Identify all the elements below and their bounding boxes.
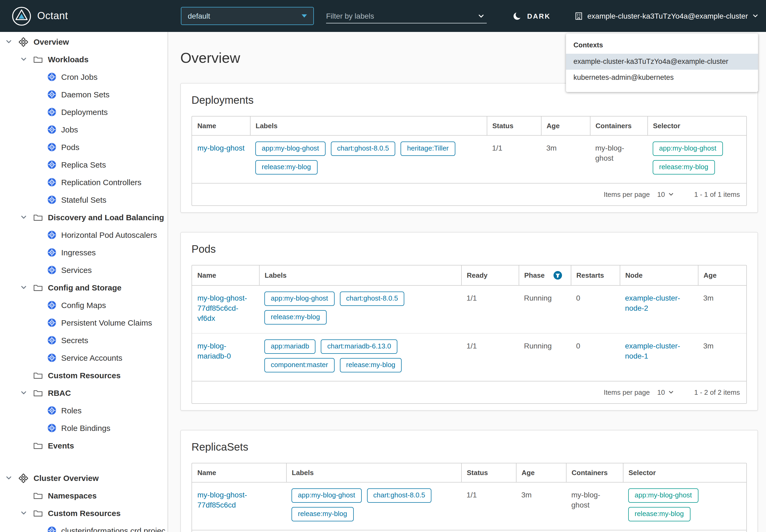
items-per-page-select[interactable]: 10 (657, 190, 674, 198)
sidebar-item-label: Cluster Overview (34, 473, 99, 483)
deployments-datagrid: Name Labels Status Age Containers Select… (191, 116, 747, 206)
sidebar-item-jobs[interactable]: Jobs (0, 121, 168, 138)
column-header-labels: Labels (286, 463, 461, 482)
sidebar-item-label: Stateful Sets (61, 195, 106, 204)
caret-down-icon[interactable] (20, 56, 27, 63)
context-menu-item[interactable]: kubernetes-admin@kubernetes (566, 70, 758, 86)
table-row: my-blog-ghost app:my-blog-ghostchart:gho… (192, 135, 746, 183)
sidebar-item-horizontal-pod-autoscalers[interactable]: Horizontal Pod Autoscalers (0, 226, 168, 244)
label-badge[interactable]: chart:ghost-8.0.5 (340, 292, 404, 306)
column-header-containers: Containers (590, 117, 647, 135)
sidebar-item-ingresses[interactable]: Ingresses (0, 244, 168, 261)
caret-down-icon[interactable] (5, 475, 12, 481)
folder-icon (33, 491, 43, 500)
sidebar-item-custom-resources[interactable]: Custom Resources (0, 367, 168, 384)
clusterinformations-icon (47, 526, 56, 532)
caret-down-icon[interactable] (20, 389, 27, 396)
label-badge[interactable]: release:my-blog (255, 160, 317, 174)
items-per-page-value: 10 (657, 388, 665, 396)
sidebar-item-persistent-volume-claims[interactable]: Persistent Volume Claims (0, 314, 168, 331)
context-selector[interactable]: example-cluster-ka3TuTzYo4a@example-clus… (575, 0, 759, 32)
replicaset-name-link[interactable]: my-blog-ghost-77df85c6cd (197, 490, 247, 509)
deployments-card-title: Deployments (191, 94, 747, 106)
column-header-age: Age (541, 117, 590, 135)
label-badge[interactable]: chart:ghost-8.0.5 (331, 142, 395, 156)
sidebar-item-stateful-sets[interactable]: Stateful Sets (0, 191, 168, 209)
context-menu-item[interactable]: example-cluster-ka3TuTzYo4a@example-clus… (566, 54, 758, 70)
sidebar-item-pods[interactable]: Pods (0, 138, 168, 156)
label-badge[interactable]: release:my-blog (264, 310, 326, 325)
label-badge[interactable]: heritage:Tiller (401, 142, 455, 156)
sidebar-item-config-maps[interactable]: Config Maps (0, 296, 168, 314)
sidebar-item-deployments[interactable]: Deployments (0, 103, 168, 121)
sidebar-item-events[interactable]: Events (0, 437, 168, 454)
sidebar-item-config-and-storage[interactable]: Config and Storage (0, 279, 168, 296)
sidebar-item-label: Roles (61, 406, 82, 415)
caret-down-icon[interactable] (20, 214, 27, 221)
cluster-overview-icon (18, 473, 29, 483)
pod-name-link[interactable]: my-blog-ghost-77df85c6cd-vf6dx (197, 294, 247, 322)
caret-down-icon[interactable] (20, 284, 27, 291)
sidebar-item-cluster-overview[interactable]: Cluster Overview (0, 469, 168, 487)
label-badge[interactable]: chart:ghost-8.0.5 (367, 488, 431, 502)
chevron-down-icon[interactable] (478, 13, 485, 19)
column-header-labels: Labels (259, 265, 461, 285)
sidebar-item-role-bindings[interactable]: Role Bindings (0, 419, 168, 437)
label-badge[interactable]: component:master (264, 358, 334, 372)
sidebar-item-secrets[interactable]: Secrets (0, 331, 168, 349)
cluster-icon (575, 12, 583, 20)
sidebar-item-label: Daemon Sets (61, 90, 110, 99)
sidebar-item-roles[interactable]: Roles (0, 402, 168, 419)
sidebar-item-label: clusterinformations.crd.projec (61, 526, 165, 532)
selector-badge: release:my-blog (653, 160, 715, 174)
chevron-down-icon (668, 389, 674, 395)
sidebar-item-label: Services (61, 265, 92, 275)
label-badge[interactable]: app:my-blog-ghost (264, 292, 334, 306)
sidebar-item-replication-controllers[interactable]: Replication Controllers (0, 173, 168, 191)
sidebar-item-overview[interactable]: Overview (0, 33, 168, 51)
datagrid-footer: Items per page 10 1 - 1 of 1 items (192, 530, 746, 532)
label-badge[interactable]: release:my-blog (292, 507, 353, 521)
label-filter (326, 9, 487, 23)
namespace-select[interactable]: default (181, 7, 314, 25)
label-filter-input[interactable] (326, 12, 476, 20)
label-badge[interactable]: release:my-blog (340, 358, 402, 372)
folder-icon (33, 509, 43, 518)
items-per-page-select[interactable]: 10 (657, 388, 674, 396)
deployment-name-link[interactable]: my-blog-ghost (197, 144, 244, 152)
label-badge[interactable]: app:my-blog-ghost (255, 142, 325, 156)
caret-down-icon (302, 14, 307, 18)
sidebar: Overview Workloads Cron Jobs Daemon Sets… (0, 32, 168, 532)
sidebar-item-namespaces[interactable]: Namespaces (0, 487, 168, 504)
column-header-name: Name (192, 463, 286, 482)
caret-down-icon[interactable] (5, 38, 12, 45)
sidebar-item-label: Discovery and Load Balancing (48, 213, 164, 222)
sidebar-item-cron-jobs[interactable]: Cron Jobs (0, 68, 168, 86)
label-badge[interactable]: app:my-blog-ghost (292, 488, 361, 502)
sidebar-item-daemon-sets[interactable]: Daemon Sets (0, 86, 168, 103)
column-header-age: Age (516, 463, 566, 482)
sidebar-item-label: Config Maps (61, 301, 106, 310)
node-link[interactable]: example-cluster-node-2 (625, 294, 680, 312)
theme-toggle[interactable]: DARK (513, 0, 551, 32)
column-filter-icon[interactable] (553, 271, 562, 280)
sidebar-item-service-accounts[interactable]: Service Accounts (0, 349, 168, 367)
octant-app: Octant default DARK example-cluster-ka3T… (0, 0, 766, 532)
sidebar-item-discovery-and-load-balancing[interactable]: Discovery and Load Balancing (0, 209, 168, 226)
pod-name-link[interactable]: my-blog-mariadb-0 (197, 342, 231, 360)
node-link[interactable]: example-cluster-node-1 (625, 342, 680, 360)
cron-jobs-icon (47, 72, 56, 81)
label-badge[interactable]: app:mariadb (264, 339, 316, 354)
secrets-icon (47, 336, 56, 345)
sidebar-item-workloads[interactable]: Workloads (0, 51, 168, 68)
sidebar-item-rbac[interactable]: RBAC (0, 384, 168, 402)
sidebar-item-cluster-custom-resources[interactable]: Custom Resources (0, 504, 168, 522)
sidebar-item-clusterinformations[interactable]: clusterinformations.crd.projec (0, 522, 168, 532)
sidebar-item-services[interactable]: Services (0, 261, 168, 279)
service-accounts-icon (47, 353, 56, 362)
sidebar-item-replica-sets[interactable]: Replica Sets (0, 156, 168, 173)
label-badge[interactable]: chart:mariadb-6.13.0 (321, 339, 398, 354)
caret-down-icon[interactable] (20, 510, 27, 517)
sidebar-item-label: Persistent Volume Claims (61, 318, 152, 327)
pagination-range: 1 - 1 of 1 items (694, 190, 740, 198)
